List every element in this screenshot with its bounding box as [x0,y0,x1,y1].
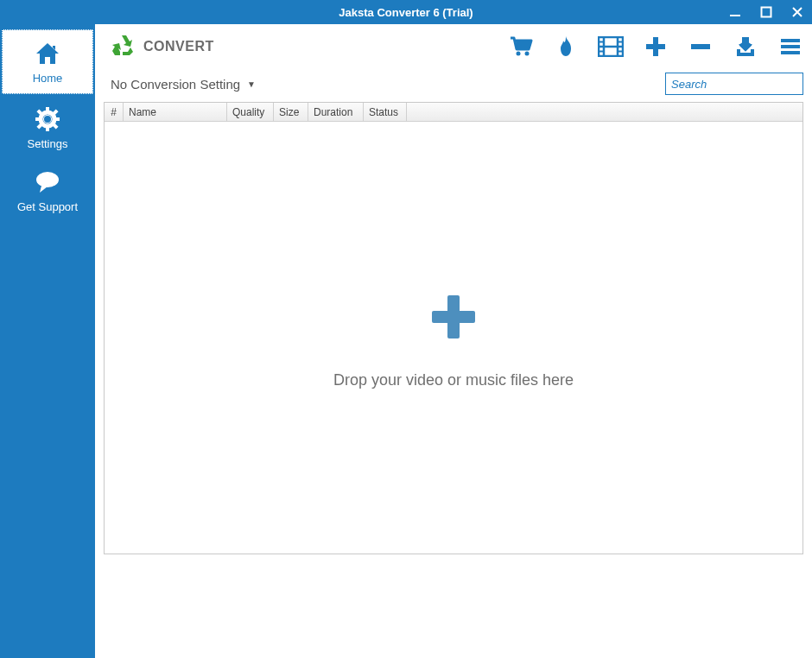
sidebar-item-label: Home [33,72,63,85]
col-duration[interactable]: Duration [308,103,364,121]
flame-icon [557,35,574,58]
cart-button[interactable] [508,34,534,60]
header-brand: CONVERT [111,33,214,60]
close-icon [791,6,803,18]
recycle-icon [111,33,135,60]
maximize-button[interactable] [758,4,774,20]
svg-rect-30 [781,39,800,42]
remove-button[interactable] [688,34,714,60]
sidebar-item-label: Get Support [17,200,78,213]
window-controls [727,0,805,24]
col-quality[interactable]: Quality [227,103,274,121]
maximize-icon [760,6,772,18]
svg-point-14 [517,52,521,56]
sidebar-item-support[interactable]: Get Support [0,159,95,222]
menu-icon [779,37,802,56]
svg-rect-29 [751,49,754,54]
film-icon [598,36,624,57]
download-button[interactable] [733,34,758,60]
burn-button[interactable] [553,34,579,60]
svg-point-12 [44,116,51,123]
drop-zone[interactable]: Drop your video or music files here [105,122,802,554]
settings-row: No Conversion Setting ▼ [95,69,812,98]
sidebar-item-home[interactable]: Home [2,29,93,94]
conversion-setting-dropdown[interactable]: No Conversion Setting ▼ [111,77,256,92]
close-button[interactable] [790,4,805,20]
minimize-icon [729,6,741,18]
svg-rect-28 [737,49,740,54]
minus-icon [689,35,712,58]
conversion-setting-label: No Conversion Setting [111,77,240,92]
svg-rect-0 [730,15,740,16]
svg-point-15 [525,52,530,56]
sidebar-item-label: Settings [28,137,68,150]
cart-icon [509,35,533,58]
speech-icon [33,169,62,195]
svg-point-13 [36,172,59,187]
window-title: Jaksta Converter 6 (Trial) [339,6,473,19]
menu-button[interactable] [777,34,803,60]
add-button[interactable] [643,34,669,60]
col-spacer [407,103,802,121]
col-status[interactable]: Status [364,103,407,121]
plus-icon [644,35,667,58]
file-table: # Name Quality Size Duration Status Drop… [104,102,803,554]
video-button[interactable] [598,34,624,60]
main-panel: CONVERT [95,24,812,658]
svg-rect-26 [691,44,710,49]
toolbar [508,34,803,60]
col-index[interactable]: # [105,103,124,121]
col-name[interactable]: Name [124,103,227,121]
chevron-down-icon: ▼ [247,79,256,89]
table-header: # Name Quality Size Duration Status [105,103,802,122]
home-icon [33,41,62,66]
header-title: CONVERT [143,39,214,54]
svg-rect-32 [781,51,800,54]
svg-rect-1 [762,8,771,17]
dropzone-hint: Drop your video or music files here [333,371,574,389]
sidebar-item-settings[interactable]: Settings [0,96,95,159]
titlebar: Jaksta Converter 6 (Trial) [0,0,812,24]
download-icon [734,35,757,58]
search-input[interactable] [671,78,812,91]
search-box[interactable] [665,73,803,95]
header-row: CONVERT [95,24,812,69]
col-size[interactable]: Size [274,103,308,121]
svg-rect-36 [432,311,475,323]
sidebar: Home Settings Get Support [0,24,95,658]
minimize-button[interactable] [727,4,743,20]
svg-rect-25 [646,44,665,49]
dropzone-plus-icon [423,287,484,347]
svg-rect-31 [781,45,800,48]
gear-icon [33,106,62,132]
